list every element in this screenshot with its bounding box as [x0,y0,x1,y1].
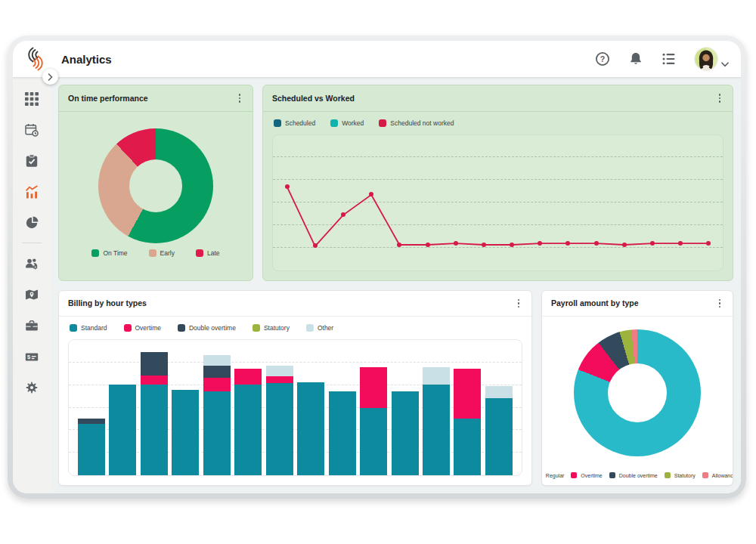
legend-item: Allowances [702,472,733,478]
legend-item: Statutory [253,324,290,332]
legend-swatch [196,249,203,257]
more-options-icon[interactable] [716,298,724,310]
legend-swatch [571,472,577,478]
donut-chart-area [542,317,733,472]
chevron-down-icon [721,57,729,62]
locations-map-icon [25,288,39,301]
line-point [650,241,655,246]
segment-standard [297,382,324,476]
line-point [594,241,599,246]
segment-standard [234,385,262,475]
segment-overtime [234,369,262,385]
stacked-bar [485,340,513,475]
segment-standard [172,390,199,475]
sidebar-item-analytics-chart[interactable] [13,176,51,207]
segment-double-overtime [141,352,168,375]
segment-standard [392,391,419,475]
notifications-icon[interactable] [628,51,643,66]
segment-standard [78,424,105,475]
card-billing-by-hour-types: Billing by hour types StandardOvertimeDo… [58,290,532,487]
card-scheduled-vs-worked: Scheduled vs Worked ScheduledWorkedSched… [262,85,733,281]
stacked-bar [234,340,262,475]
segment-standard [454,419,481,475]
legend-swatch [665,472,671,478]
legend-item: Double overtime [178,324,236,332]
stacked-bar [329,340,356,475]
legend-item: Regular [541,472,564,478]
stacked-bar [109,340,136,475]
segment-overtime [141,376,168,385]
segment-other [266,366,293,376]
more-options-icon[interactable] [515,298,523,310]
on-time-legend: On TimeEarlyLate [91,249,219,260]
line-point [285,184,290,189]
sidebar-item-payroll-card[interactable]: $ [13,341,51,372]
legend-item: Statutory [665,472,696,478]
segment-double-overtime [203,366,231,378]
sidebar-divider [22,243,42,243]
stacked-bar [297,340,324,475]
card-header: Billing by hour types [59,291,531,317]
user-menu[interactable] [695,48,729,70]
legend-item: Standard [70,324,107,332]
sidebar-item-settings-gear[interactable] [13,372,51,403]
legend-swatch [124,324,132,332]
svg-text:?: ? [600,54,605,63]
card-title: On time performance [68,94,148,103]
sidebar-item-locations-map[interactable] [13,279,51,310]
menu-list-icon[interactable] [662,51,677,66]
segment-double-overtime [78,419,105,424]
legend-label: Statutory [674,473,696,478]
segment-standard [485,398,513,475]
legend-label: Overtime [581,473,602,478]
legend-item: Late [196,249,220,257]
legend-item: Scheduled not worked [379,119,454,127]
legend-label: Late [207,249,220,257]
card-payroll-amount-by-type: Payroll amount by type RegularOvertimeDo… [541,290,733,487]
payroll-donut-chart [574,329,701,456]
legend-swatch [306,324,314,332]
legend-item: Double overtime [609,472,658,478]
sidebar-item-apps-grid[interactable] [13,83,51,114]
legend-item: Early [149,249,175,257]
sidebar-item-team-management[interactable] [13,248,51,279]
legend-item: Overtime [571,472,602,478]
more-options-icon[interactable] [716,92,724,104]
sidebar-item-jobs-briefcase[interactable] [13,310,51,341]
not-worked-line [273,135,723,270]
legend-label: Double overtime [189,324,236,332]
legend-label: Scheduled [285,119,315,127]
segment-standard [360,408,387,476]
sidebar-item-tasks-clipboard[interactable] [13,145,51,176]
help-icon[interactable]: ? [595,51,610,66]
app-logo-icon [22,45,49,73]
scheduled-vs-worked-chart [272,134,723,271]
more-options-icon[interactable] [236,92,244,104]
app-window-inner: Analytics ? $ On time performance [13,41,741,493]
tasks-clipboard-icon [25,154,39,168]
segment-other [485,386,513,398]
billing-stacked-bar-chart [68,339,522,476]
segment-overtime [454,369,481,419]
card-header: Payroll amount by type [542,291,733,317]
donut-chart-area: On TimeEarlyLate [59,112,253,280]
legend-item: Scheduled [274,119,315,127]
segment-standard [203,391,231,475]
stacked-bar [141,340,168,475]
stacked-bar [266,340,293,475]
legend-label: Scheduled not worked [390,119,454,127]
sidebar-item-schedule-calendar[interactable] [13,114,51,145]
legend-swatch [702,472,708,478]
sidebar-expand-button[interactable] [42,69,58,85]
avatar[interactable] [695,48,717,70]
legend-label: Regular [546,473,565,478]
reports-pie-icon [25,216,39,230]
sidebar-item-reports-pie[interactable] [13,207,51,238]
billing-legend: StandardOvertimeDouble overtimeStatutory… [59,317,531,335]
card-header: Scheduled vs Worked [263,85,733,112]
schedule-calendar-icon [25,123,39,137]
legend-label: Statutory [264,324,290,332]
stacked-bar [172,340,199,475]
line-point [482,243,486,247]
legend-swatch [253,324,260,332]
